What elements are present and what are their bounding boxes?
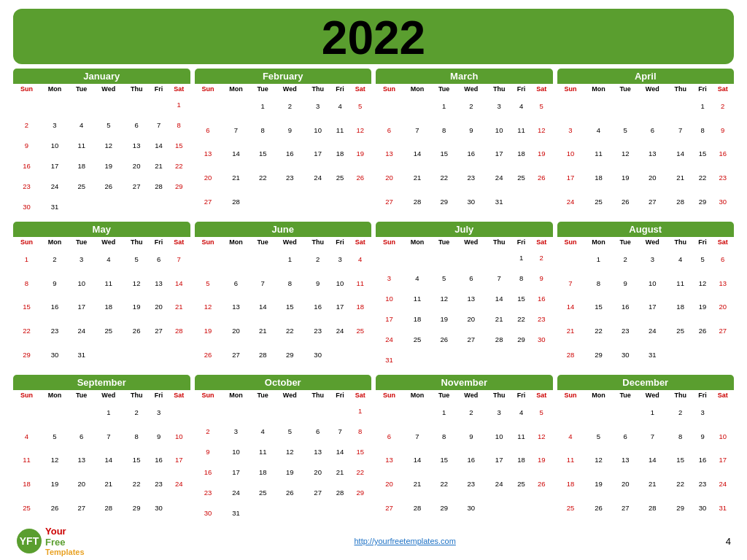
logo-free: Free [45,537,65,548]
month-name-june: June [195,222,372,237]
table-row: 27282930 [376,496,553,520]
table-row: 567891011 [195,271,372,295]
table-row: 10111213141516 [557,142,735,166]
year-title: 2022 [322,12,425,64]
table-row: 3031 [195,503,372,524]
month-block-february: FebruarySunMonTueWedThuFriSat12345678910… [195,69,372,217]
month-name-july: July [376,222,553,237]
calendar-page: 2022 JanuarySunMonTueWedThuFriSat1234567… [0,0,747,560]
footer-page: 4 [726,536,731,547]
table-row: 12131415161718 [195,295,372,319]
table-row: 16171819202122 [13,155,190,176]
month-block-may: MaySunMonTueWedThuFriSat1234567891011121… [13,222,190,370]
month-name-march: March [376,69,553,84]
logo-your: Your [45,526,66,537]
month-block-december: DecemberSunMonTueWedThuFriSat12345678910… [557,375,735,524]
table-row: 20212223242526 [376,166,553,190]
table-row: 13141516171819 [195,142,372,166]
table-row: 13141516171819 [376,448,553,472]
table-row [13,520,190,524]
calendar-table-january: SunMonTueWedThuFriSat1234567891011121314… [13,84,190,217]
calendar-table-april: SunMonTueWedThuFriSat1234567891011121314… [557,84,735,217]
month-block-march: MarchSunMonTueWedThuFriSat12345678910111… [376,69,553,217]
calendar-table-february: SunMonTueWedThuFriSat1234567891011121314… [195,84,372,217]
table-row [557,520,735,524]
calendar-table-november: SunMonTueWedThuFriSat1234567891011121314… [376,390,553,524]
table-row: 1 [13,94,190,114]
calendar-table-march: SunMonTueWedThuFriSat1234567891011121314… [376,84,553,217]
logo-icon: YFT [16,528,42,554]
table-row: 31 [376,350,553,370]
table-row: 1 [195,400,372,421]
svg-text:YFT: YFT [20,535,39,547]
table-row: 24252627282930 [557,190,735,214]
table-row: 2345678 [195,421,372,441]
calendar-table-september: SunMonTueWedThuFriSat1234567891011121314… [13,390,190,524]
table-row: 45678910 [557,424,735,448]
table-row [195,214,372,217]
table-row: 20212223242526 [376,472,553,496]
table-row: 123456 [557,247,735,271]
table-row: 1234567 [13,247,190,271]
month-block-june: JuneSunMonTueWedThuFriSat123456789101112… [195,222,372,370]
month-name-october: October [195,375,372,390]
table-row: 12345 [376,400,553,424]
month-block-september: SeptemberSunMonTueWedThuFriSat1234567891… [13,375,190,524]
table-row: 28293031 [557,343,735,367]
table-row: 252627282930 [13,496,190,520]
month-block-april: AprilSunMonTueWedThuFriSat12345678910111… [557,69,735,217]
table-row: 20212223242526 [195,166,372,190]
table-row: 16171819202122 [195,462,372,482]
month-name-august: August [557,222,735,237]
table-row: 17181920212223 [376,308,553,329]
table-row: 891011121314 [13,271,190,295]
table-row: 2728 [195,190,372,214]
table-row: 6789101112 [376,118,553,142]
table-row: 10111213141516 [376,288,553,308]
table-row: 9101112131415 [13,135,190,155]
table-row [195,367,372,370]
table-row: 22232425262728 [13,319,190,343]
table-row: 2345678 [13,114,190,135]
table-row [557,214,735,217]
table-row: 17181920212223 [557,166,735,190]
month-block-january: JanuarySunMonTueWedThuFriSat123456789101… [13,69,190,217]
table-row: 23242526272829 [195,483,372,503]
table-row: 13141516171819 [376,142,553,166]
table-row: 12 [376,247,553,268]
month-name-september: September [13,375,190,390]
table-row: 1234 [195,247,372,271]
table-row: 3456789 [557,118,735,142]
months-grid: JanuarySunMonTueWedThuFriSat123456789101… [13,69,734,524]
table-row: 23242526272829 [13,176,190,197]
table-row: 24252627282930 [376,330,553,350]
footer-url[interactable]: http://yourfreetemplates.com [354,537,455,545]
table-row: 78910111213 [557,271,735,295]
table-row: 9101112131415 [195,441,372,462]
table-row: 19202122232425 [195,319,372,343]
table-row: 293031 [13,343,190,367]
calendar-table-may: SunMonTueWedThuFriSat1234567891011121314… [13,237,190,370]
table-row: 3456789 [376,268,553,288]
calendar-table-june: SunMonTueWedThuFriSat1234567891011121314… [195,237,372,370]
month-name-april: April [557,69,735,84]
table-row: 2728293031 [376,190,553,214]
calendar-table-august: SunMonTueWedThuFriSat1234567891011121314… [557,237,735,370]
month-name-january: January [13,69,190,84]
table-row: 45678910 [13,424,190,448]
table-row: 123 [13,400,190,424]
table-row: 15161718192021 [13,295,190,319]
table-row: 14151617181920 [557,295,735,319]
calendar-table-december: SunMonTueWedThuFriSat1234567891011121314… [557,390,735,524]
logo-text: Your Free Templates [45,526,85,556]
table-row [557,367,735,370]
year-header: 2022 [13,9,734,64]
table-row: 21222324252627 [557,319,735,343]
month-block-august: AugustSunMonTueWedThuFriSat1234567891011… [557,222,735,370]
calendar-table-october: SunMonTueWedThuFriSat1234567891011121314… [195,390,372,524]
table-row: 12 [557,94,735,118]
table-row: 123 [557,400,735,424]
month-block-november: NovemberSunMonTueWedThuFriSat12345678910… [376,375,553,524]
table-row: 11121314151617 [557,448,735,472]
table-row [13,367,190,370]
